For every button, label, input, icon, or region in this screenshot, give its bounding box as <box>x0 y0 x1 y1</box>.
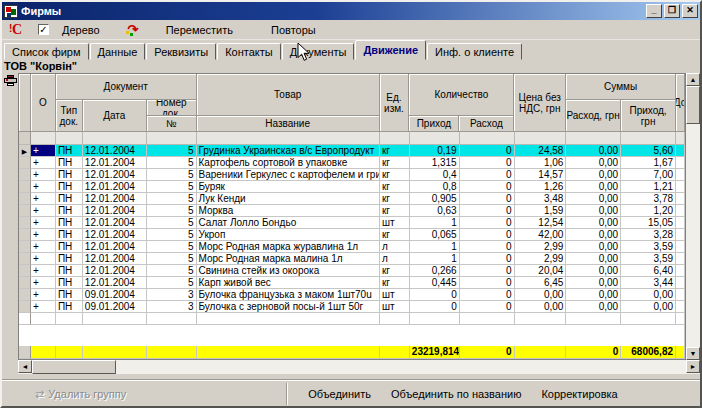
filter-cell[interactable] <box>197 132 380 145</box>
scroll-right-icon[interactable]: ► <box>686 360 700 373</box>
cell-qty-out[interactable]: 0 <box>460 205 515 217</box>
cell-extra[interactable] <box>676 157 685 169</box>
cell-price[interactable]: 20,04 <box>515 265 567 277</box>
cell-unit[interactable]: кг <box>380 205 410 217</box>
filter-cell[interactable] <box>410 132 460 145</box>
cell-doc-type[interactable]: ПН <box>56 301 83 313</box>
cell-extra[interactable] <box>676 241 685 253</box>
cell-extra[interactable] <box>676 205 685 217</box>
cell-doc-type[interactable]: ПН <box>56 205 83 217</box>
cell-date[interactable]: 12.01.2004 <box>83 145 147 157</box>
table-row[interactable]: + ПН 12.01.2004 5 Салат Лолло Бондьо шт … <box>19 217 685 229</box>
cell-sum-in[interactable]: 3,44 <box>621 277 676 289</box>
cell-product-name[interactable]: Свинина стейк из окорока <box>197 265 380 277</box>
cell-unit[interactable]: л <box>380 253 410 265</box>
cell-doc-type[interactable]: ПН <box>56 289 83 301</box>
cell-date[interactable]: 12.01.2004 <box>83 277 147 289</box>
cell-qty-in[interactable]: 0 <box>410 301 460 313</box>
cell-doc-type[interactable]: ПН <box>56 253 83 265</box>
cell-qty-out[interactable]: 0 <box>460 301 515 313</box>
cell-doc-type[interactable]: ПН <box>56 169 83 181</box>
cell-sum-out[interactable]: 0,00 <box>566 301 621 313</box>
cell-qty-in[interactable]: 0,63 <box>410 205 460 217</box>
cell-doc-type[interactable]: ПН <box>56 241 83 253</box>
cell-doc-number[interactable]: 5 <box>147 277 197 289</box>
row-selector-cell[interactable] <box>19 301 31 313</box>
cell-price[interactable]: 2,99 <box>515 241 567 253</box>
cell-extra[interactable] <box>676 145 685 157</box>
table-row[interactable]: + ПН 12.01.2004 5 Карп живой вес кг 0,44… <box>19 277 685 289</box>
cell-sum-in[interactable]: 0,00 <box>621 289 676 301</box>
cell-product-name[interactable]: Вареники Геркулес с картофелем и грибами <box>197 169 380 181</box>
cell-sum-in[interactable]: 1,20 <box>621 205 676 217</box>
cell-qty-in[interactable]: 0,8 <box>410 181 460 193</box>
table-row[interactable]: + ПН 12.01.2004 5 Морс Родная марка жура… <box>19 241 685 253</box>
cell-sum-out[interactable]: 0,00 <box>566 229 621 241</box>
cell-unit[interactable]: шт <box>380 217 410 229</box>
cell-qty-in[interactable]: 0 <box>410 289 460 301</box>
cell-sum-in[interactable] <box>621 313 676 325</box>
cell-qty-in[interactable]: 0,905 <box>410 193 460 205</box>
cell-doc-number[interactable]: 3 <box>147 289 197 301</box>
table-row[interactable]: + ПН 12.01.2004 5 Вареники Геркулес с ка… <box>19 169 685 181</box>
cell-unit[interactable]: кг <box>380 157 410 169</box>
filter-cell[interactable] <box>676 132 685 145</box>
row-selector-cell[interactable] <box>19 205 31 217</box>
vertical-scroll-track[interactable] <box>686 124 700 347</box>
cell-qty-in[interactable]: 0,19 <box>410 145 460 157</box>
cell-doc-type[interactable]: ПН <box>56 229 83 241</box>
cell-sum-out[interactable]: 0,00 <box>566 145 621 157</box>
cell-doc-number[interactable]: 5 <box>147 169 197 181</box>
cell-doc-type[interactable]: ПН <box>56 193 83 205</box>
cell-price[interactable]: 14,57 <box>515 169 567 181</box>
cell-o[interactable]: + <box>31 157 56 169</box>
cell-doc-number[interactable]: 5 <box>147 193 197 205</box>
row-selector-cell[interactable] <box>19 217 31 229</box>
table-row[interactable]: + ПН 12.01.2004 5 Лук Кенди кг 0,905 0 3… <box>19 193 685 205</box>
cell-sum-out[interactable]: 0,00 <box>566 193 621 205</box>
close-icon[interactable]: ✕ <box>682 4 698 18</box>
cell-doc-number[interactable]: 5 <box>147 181 197 193</box>
cell-qty-out[interactable]: 0 <box>460 229 515 241</box>
row-selector-cell[interactable] <box>19 265 31 277</box>
cell-product-name[interactable] <box>197 313 380 325</box>
row-selector-cell[interactable] <box>19 169 31 181</box>
row-selector-cell[interactable] <box>19 229 31 241</box>
cell-date[interactable]: 12.01.2004 <box>83 205 147 217</box>
cell-extra[interactable] <box>676 265 685 277</box>
cell-qty-out[interactable]: 0 <box>460 277 515 289</box>
cell-qty-out[interactable]: 0 <box>460 289 515 301</box>
cell-doc-number[interactable]: 3 <box>147 301 197 313</box>
filter-cell[interactable] <box>515 132 567 145</box>
cell-date[interactable]: 12.01.2004 <box>83 157 147 169</box>
cell-unit[interactable]: л <box>380 241 410 253</box>
cell-price[interactable] <box>515 313 567 325</box>
merge-button[interactable]: Объединить <box>302 385 377 403</box>
cell-doc-number[interactable]: 5 <box>147 265 197 277</box>
cell-extra[interactable] <box>676 253 685 265</box>
cell-o[interactable]: + <box>31 241 56 253</box>
cell-date[interactable]: 12.01.2004 <box>83 181 147 193</box>
tab-movement[interactable]: Движение <box>355 40 426 60</box>
horizontal-scrollbar[interactable]: ◄ ► <box>18 360 700 374</box>
cell-date[interactable]: 12.01.2004 <box>83 253 147 265</box>
row-selector-cell[interactable] <box>19 181 31 193</box>
cell-o[interactable]: + <box>31 169 56 181</box>
cell-price[interactable]: 0,00 <box>515 289 567 301</box>
cell-qty-out[interactable] <box>460 313 515 325</box>
cell-sum-out[interactable]: 0,00 <box>566 181 621 193</box>
filter-cell[interactable] <box>31 132 56 145</box>
cell-price[interactable]: 1,06 <box>515 157 567 169</box>
table-row[interactable]: + ПН 09.01.2004 3 Булочка с зерновой пос… <box>19 301 685 313</box>
cell-qty-out[interactable]: 0 <box>460 169 515 181</box>
cell-o[interactable]: + <box>31 193 56 205</box>
maximize-icon[interactable]: ❐ <box>664 4 680 18</box>
cell-sum-out[interactable]: 0,00 <box>566 241 621 253</box>
table-row[interactable]: + ПН 12.01.2004 5 Картофель сортовой в у… <box>19 157 685 169</box>
cell-unit[interactable]: шт <box>380 301 410 313</box>
cell-date[interactable]: 09.01.2004 <box>83 289 147 301</box>
tab-requisites[interactable]: Реквизиты <box>146 43 216 60</box>
filter-cell[interactable] <box>460 132 515 145</box>
tab-data[interactable]: Данные <box>90 43 146 60</box>
cell-product-name[interactable]: Булочка с зерновой посы-й 1шт 50г <box>197 301 380 313</box>
